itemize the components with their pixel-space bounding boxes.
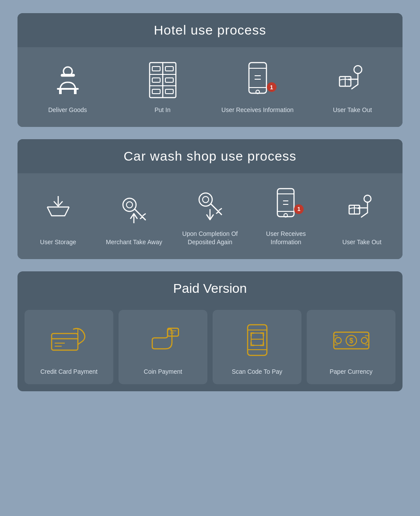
paid-item-paper-currency: $ Paper Currency	[307, 310, 396, 384]
hotel-item-put-in: Put In	[117, 52, 208, 123]
svg-line-29	[143, 214, 146, 216]
carwash-item-merchant-take-away: Merchant Take Away	[98, 178, 171, 255]
paid-item-coin-payment: Coin Payment	[119, 310, 207, 384]
hotel-section-header: Hotel use process	[18, 13, 402, 47]
deposited-again-icon	[195, 186, 225, 224]
svg-rect-1	[61, 74, 74, 76]
svg-rect-3	[59, 90, 62, 94]
svg-rect-38	[277, 189, 294, 217]
hotel-item-deliver-goods-label: Deliver Goods	[48, 106, 87, 115]
hotel-section: Hotel use process Deliver Goods	[18, 13, 402, 127]
svg-rect-4	[74, 90, 77, 94]
svg-rect-11	[152, 78, 160, 82]
paper-currency-icon: $	[332, 319, 371, 362]
paid-section-header: Paid Version	[18, 271, 402, 305]
hotel-item-deliver-goods: Deliver Goods	[22, 52, 113, 123]
hotel-item-user-receives-label: User Receives Information	[221, 106, 294, 115]
hotel-item-user-receives: 1 User Receives Information	[212, 52, 303, 123]
paid-section-title: Paid Version	[26, 281, 394, 296]
svg-point-33	[203, 197, 209, 203]
carwash-section-title: Car wash shop use process	[26, 149, 394, 164]
credit-card-icon	[49, 319, 89, 362]
hotel-item-user-take-out: User Take Out	[307, 52, 398, 123]
carwash-user-receives-icon: 1	[272, 186, 300, 224]
user-storage-icon	[43, 186, 74, 232]
carwash-item-deposited-again: Upon Completion Of Deposited Again	[174, 178, 246, 255]
carwash-item-user-take-out: User Take Out	[326, 178, 398, 255]
carwash-item-merchant-take-away-label: Merchant Take Away	[106, 238, 162, 247]
hotel-section-title: Hotel use process	[26, 23, 394, 38]
svg-rect-10	[165, 67, 173, 71]
svg-point-44	[364, 195, 371, 202]
put-in-icon	[145, 60, 180, 100]
carwash-item-user-receives: 1 User Receives Information	[250, 178, 322, 255]
carwash-section-header: Car wash shop use process	[18, 139, 402, 173]
paid-items-row: Credit Card Payment Coin Payment	[18, 305, 402, 391]
svg-point-32	[199, 193, 212, 206]
svg-rect-54	[248, 325, 267, 355]
hotel-items-row: Deliver Goods	[18, 47, 402, 127]
svg-point-63	[361, 337, 368, 344]
deliver-goods-icon	[50, 60, 85, 100]
coin-payment-icon	[146, 319, 181, 362]
svg-rect-2	[57, 88, 79, 90]
paid-section: Paid Version Credit Card Payment	[18, 271, 402, 391]
paid-item-scan-code: Scan Code To Pay	[213, 310, 301, 384]
paid-item-credit-card-label: Credit Card Payment	[40, 368, 98, 376]
paid-item-credit-card: Credit Card Payment	[24, 310, 113, 384]
svg-point-27	[126, 202, 133, 208]
carwash-item-user-receives-label: User Receives Information	[254, 230, 318, 247]
carwash-user-take-out-icon	[346, 186, 378, 232]
svg-point-26	[123, 198, 136, 211]
hotel-item-user-take-out-label: User Take Out	[333, 106, 372, 115]
carwash-item-user-storage-label: User Storage	[40, 238, 76, 247]
svg-line-35	[219, 208, 222, 211]
svg-rect-9	[152, 67, 160, 71]
user-take-out-icon	[335, 60, 370, 100]
scan-code-icon	[240, 319, 275, 362]
carwash-items-row: User Storage Merchant Take Away	[18, 173, 402, 259]
hotel-item-put-in-label: Put In	[154, 106, 171, 115]
svg-rect-12	[165, 78, 173, 82]
paid-item-paper-currency-label: Paper Currency	[329, 368, 372, 376]
carwash-item-deposited-again-label: Upon Completion Of Deposited Again	[178, 230, 242, 247]
carwash-item-user-storage: User Storage	[22, 178, 94, 255]
svg-rect-15	[249, 63, 266, 93]
svg-text:$: $	[349, 337, 353, 344]
carwash-item-user-take-out-label: User Take Out	[343, 238, 382, 247]
paid-item-scan-code-label: Scan Code To Pay	[232, 368, 283, 376]
carwash-section: Car wash shop use process User Storage	[18, 139, 402, 259]
svg-point-21	[354, 66, 362, 74]
svg-point-62	[335, 337, 341, 344]
user-receives-info-icon: 1	[242, 60, 273, 100]
svg-rect-47	[52, 333, 78, 350]
svg-rect-14	[165, 89, 173, 94]
merchant-take-away-icon	[119, 186, 149, 232]
svg-rect-13	[152, 89, 160, 94]
paid-item-coin-payment-label: Coin Payment	[144, 368, 182, 376]
